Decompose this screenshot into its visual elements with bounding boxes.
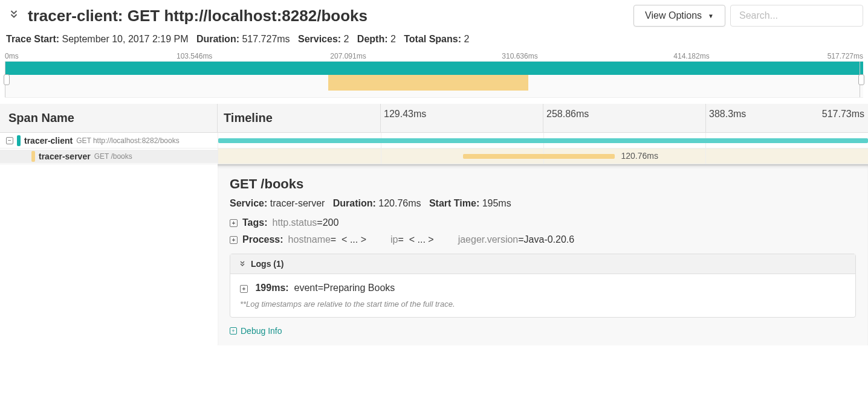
span-operation-name: GET http://localhost:8282/books [76,136,180,145]
tags-label: Tags: [242,217,267,228]
timeline-label: Timeline [224,111,273,125]
detail-title: GET /books [230,176,856,192]
ruler-tick: 310.636ms [502,52,537,60]
ruler-tick: 414.182ms [673,52,709,60]
logs-count: Logs (1) [251,259,283,269]
logs-header[interactable]: Logs (1) [230,254,855,274]
overview-ruler: 0ms 103.546ms 207.091ms 310.636ms 414.18… [5,52,863,62]
logs-hint: **Log timestamps are relative to the sta… [240,299,846,309]
chevrons-down-icon [239,260,246,267]
caret-down-icon: ▼ [708,13,714,19]
ruler-tick: 207.091ms [330,52,366,60]
span-bar[interactable] [463,154,614,159]
span-operation-name: GET /books [94,152,132,161]
expand-icon[interactable]: + [240,285,248,293]
ruler-tick: 103.546ms [177,52,212,60]
expand-icon: + [230,327,237,335]
span-service-name: tracer-client [24,136,73,146]
span-service-name: tracer-server [39,152,91,161]
expand-icon[interactable]: + [230,219,238,227]
timeline-tick: 129.43ms [380,109,426,120]
view-options-button[interactable]: View Options ▼ [633,5,725,27]
collapse-all-icon[interactable] [5,9,23,23]
debug-info-link[interactable]: + Debug Info [230,326,282,336]
span-row[interactable]: tracer-server GET /books 120.76ms [0,149,868,164]
span-row[interactable]: − tracer-client GET http://localhost:828… [0,133,868,149]
ruler-tick: 517.727ms [828,52,863,60]
service-color-swatch [17,135,21,146]
toggle-children-icon[interactable]: − [6,137,13,144]
span-duration-label: 120.76ms [621,151,658,161]
span-bar[interactable] [218,138,868,143]
detail-meta: Service: tracer-server Duration: 120.76m… [230,198,856,209]
process-label: Process: [242,234,283,245]
tags-row[interactable]: + Tags: http.status=200 [230,217,856,228]
timeline-tick: 517.73ms [822,109,864,120]
process-row[interactable]: + Process: hostname= < ... > ip= < ... >… [230,234,856,245]
logs-section: Logs (1) + 199ms: event=Preparing Books … [230,254,856,318]
trace-meta: Trace Start: September 10, 2017 2:19 PM … [0,31,868,52]
column-header-span-name: Span Name [0,104,218,132]
overview-span-bar [5,62,863,75]
trace-overview[interactable] [5,62,863,98]
overview-handle-right[interactable] [860,62,863,97]
timeline-tick: 258.86ms [543,109,589,120]
log-entry[interactable]: + 199ms: event=Preparing Books [240,283,846,293]
overview-handle-left[interactable] [5,62,8,97]
overview-span-bar [328,75,528,91]
service-color-swatch [31,151,35,162]
log-time: 199ms: [255,283,288,293]
view-options-label: View Options [645,10,702,21]
ruler-tick: 0ms [5,52,19,60]
trace-title: tracer-client: GET http://localhost:8282… [28,7,629,25]
expand-icon[interactable]: + [230,236,238,244]
timeline-tick: 388.3ms [705,109,746,120]
span-detail-panel: GET /books Service: tracer-server Durati… [218,164,868,345]
search-input[interactable] [730,5,863,27]
column-header-timeline: Timeline 129.43ms 258.86ms 388.3ms 517.7… [218,104,868,132]
